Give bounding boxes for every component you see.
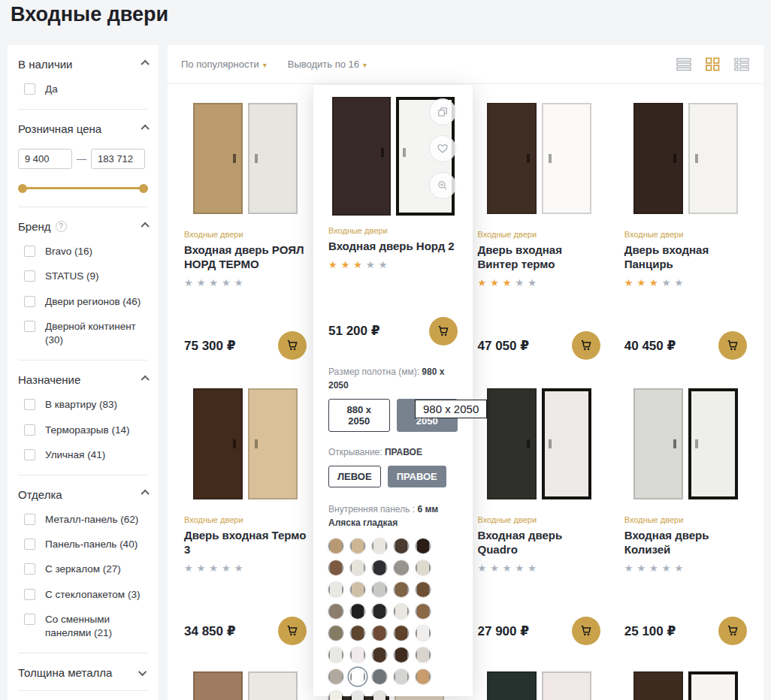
panel-swatch[interactable] (372, 626, 387, 641)
product-card[interactable]: Входные двери Входная дверь РОЯЛ НОРД ТЕ… (178, 93, 313, 367)
product-card[interactable] (178, 664, 313, 700)
add-to-cart-button[interactable] (278, 331, 307, 360)
filter-option[interactable]: Уличная (41) (24, 448, 148, 462)
add-to-cart-button[interactable] (718, 617, 747, 645)
product-title[interactable]: Входная дверь Колизей (624, 529, 747, 557)
panel-swatch[interactable] (328, 691, 343, 700)
filter-option[interactable]: Металл-панель (62) (24, 513, 148, 527)
product-card[interactable] (472, 664, 606, 700)
add-to-cart-button[interactable] (278, 617, 307, 645)
checkbox[interactable] (24, 589, 35, 600)
product-title[interactable]: Дверь входная Термо 3 (184, 529, 307, 557)
panel-swatch[interactable] (350, 560, 365, 575)
filter-header-metal-thickness[interactable]: Толщина металла (18, 666, 148, 679)
product-image[interactable] (478, 383, 600, 505)
panel-swatch[interactable] (350, 691, 365, 700)
checkbox[interactable] (24, 270, 35, 282)
product-card-expanded[interactable]: Входные двери Входная дверь Норд 2 ★★★★★… (313, 85, 473, 696)
per-page-dropdown[interactable]: Выводить по 16 (288, 59, 367, 70)
checkbox[interactable] (24, 514, 35, 525)
filter-option[interactable]: Со сменными панелями (21) (24, 613, 148, 640)
panel-swatch[interactable] (416, 539, 431, 554)
grid-view-icon[interactable] (705, 57, 721, 71)
product-image[interactable] (624, 383, 747, 505)
panel-swatch[interactable] (350, 539, 365, 554)
product-title[interactable]: Входная дверь РОЯЛ НОРД ТЕРМО (184, 243, 307, 272)
panel-swatch[interactable] (328, 647, 343, 662)
filter-option[interactable]: Терморазрыв (14) (24, 424, 148, 437)
filter-header-price[interactable]: Розничная цена (18, 122, 148, 135)
opening-option-button[interactable]: ЛЕВОЕ (328, 466, 381, 487)
panel-swatch[interactable] (372, 647, 387, 662)
wishlist-heart-button[interactable] (429, 135, 456, 162)
product-title[interactable]: Входная дверь Норд 2 (328, 240, 458, 254)
add-to-cart-button[interactable] (429, 317, 458, 345)
opening-option-button-selected[interactable]: ПРАВОЕ (388, 466, 446, 487)
product-card[interactable]: Входные двери Входная дверь Колизей ★★★★… (618, 379, 753, 653)
panel-swatch[interactable] (416, 582, 431, 597)
panel-swatch[interactable] (394, 539, 409, 554)
panel-swatch[interactable] (350, 626, 365, 641)
price-min-input[interactable] (18, 149, 72, 169)
product-card[interactable]: Входные двери Дверь входная Винтер термо… (472, 93, 606, 367)
checkbox[interactable] (24, 614, 35, 625)
checkbox[interactable] (24, 563, 35, 575)
checkbox[interactable] (24, 539, 35, 550)
product-image[interactable] (184, 383, 307, 505)
filter-header-stock[interactable]: В наличии (18, 58, 148, 71)
filter-option[interactable]: STATUS (9) (24, 270, 148, 283)
checkbox[interactable] (24, 399, 35, 410)
price-range-slider[interactable] (21, 187, 145, 189)
product-title[interactable]: Входная дверь Quadro (478, 529, 600, 557)
filter-option[interactable]: В квартиру (83) (24, 398, 148, 412)
slider-handle-min[interactable] (18, 184, 27, 193)
filter-header-finish[interactable]: Отделка (18, 488, 148, 501)
checkbox[interactable] (24, 449, 35, 460)
panel-swatch[interactable] (394, 626, 409, 641)
panel-swatch[interactable] (394, 647, 409, 662)
filter-header-purpose[interactable]: Назначение (18, 373, 148, 386)
panel-swatch[interactable] (394, 669, 409, 684)
filter-option[interactable]: Bravo (16) (24, 245, 148, 258)
product-image[interactable] (328, 97, 458, 216)
compact-view-icon[interactable] (733, 57, 750, 71)
product-image[interactable] (478, 98, 600, 219)
slider-handle-max[interactable] (139, 184, 148, 193)
category-link[interactable]: Входные двери (478, 230, 600, 239)
product-card[interactable] (618, 664, 753, 700)
panel-swatch[interactable] (416, 626, 431, 641)
checkbox[interactable] (24, 424, 35, 436)
product-card[interactable]: Входные двери Дверь входная Термо 3 ★★★★… (178, 379, 313, 653)
panel-swatch[interactable] (328, 626, 343, 641)
panel-swatch[interactable] (372, 560, 387, 575)
size-option-button[interactable]: 880 x 2050 (328, 399, 390, 432)
price-max-input[interactable] (91, 149, 145, 169)
filter-header-brand[interactable]: Бренд ? (18, 220, 148, 233)
filter-option[interactable]: С стеклопакетом (3) (24, 588, 148, 602)
filter-option[interactable]: Дверной континент (30) (24, 320, 148, 347)
panel-swatch[interactable] (328, 669, 343, 684)
category-link[interactable]: Входные двери (184, 230, 307, 239)
checkbox[interactable] (24, 296, 35, 307)
category-link[interactable]: Входные двери (624, 230, 747, 239)
panel-swatch[interactable] (394, 560, 409, 575)
zoom-in-button[interactable] (429, 172, 456, 199)
panel-swatch[interactable] (372, 539, 387, 554)
add-to-cart-button[interactable] (572, 331, 600, 360)
filter-option[interactable]: Двери регионов (46) (24, 295, 148, 309)
checkbox[interactable] (24, 321, 35, 332)
panel-swatch[interactable] (372, 604, 387, 619)
category-link[interactable]: Входные двери (184, 515, 307, 524)
product-card[interactable]: Входные двери Дверь входная Панцирь ★★★★… (618, 93, 753, 367)
filter-option[interactable]: Да (24, 83, 148, 96)
list-view-icon[interactable] (676, 57, 692, 71)
panel-swatch[interactable] (372, 582, 387, 597)
panel-swatch[interactable] (394, 582, 409, 597)
product-title[interactable]: Дверь входная Винтер термо (478, 243, 600, 272)
filter-option[interactable]: С зеркалом (27) (24, 563, 148, 576)
panel-swatch[interactable] (394, 604, 409, 619)
compare-button[interactable] (429, 98, 456, 125)
panel-swatch[interactable] (328, 539, 343, 554)
panel-swatch[interactable] (328, 582, 343, 597)
panel-swatch[interactable] (372, 669, 387, 684)
